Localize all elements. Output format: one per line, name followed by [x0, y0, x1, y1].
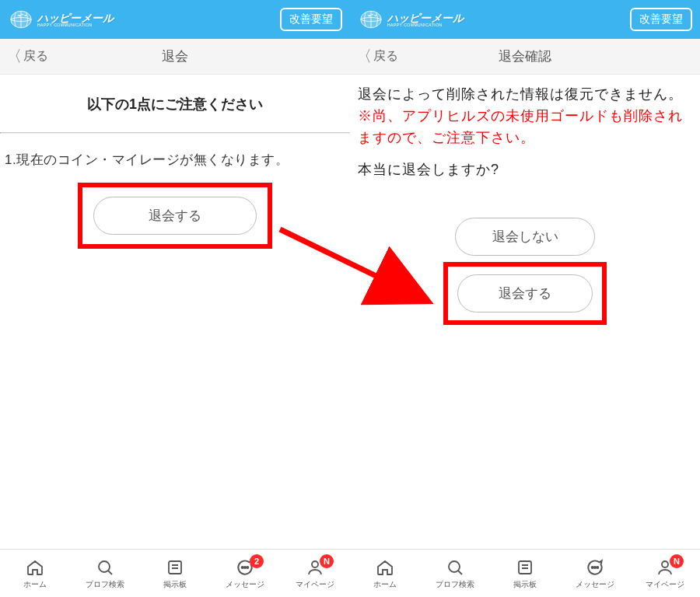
nav-bar: 〈 戻る 退会確認	[350, 39, 700, 75]
improvement-request-button[interactable]: 改善要望	[280, 8, 342, 31]
nav-message-label: メッセージ	[226, 579, 264, 590]
nav-search[interactable]: プロフ検索	[424, 557, 486, 590]
nav-board-label: 掲示板	[513, 579, 537, 590]
home-icon	[25, 557, 45, 578]
back-label: 戻る	[373, 48, 398, 65]
mypage-badge: N	[670, 554, 684, 568]
nav-message[interactable]: 2 メッセージ	[214, 557, 276, 590]
confirm-text: 退会によって削除された情報は復元できません。	[350, 75, 700, 106]
svg-point-12	[597, 566, 598, 567]
nav-search[interactable]: プロフ検索	[74, 557, 136, 590]
board-icon	[165, 557, 185, 578]
withdraw-button[interactable]: 退会する	[457, 274, 593, 312]
nav-mypage-label: マイページ	[646, 579, 684, 590]
message-icon	[585, 557, 605, 578]
page-title: 退会確認	[350, 47, 700, 65]
app-logo: ハッピーメール HAPPY COMMUNICATION	[8, 9, 114, 30]
withdraw-button[interactable]: 退会する	[93, 197, 257, 235]
svg-point-5	[247, 566, 248, 567]
button-stack: 退会しない 退会する	[350, 218, 700, 325]
svg-point-8	[449, 561, 460, 572]
bottom-nav: ホーム プロフ検索 掲示板 2 メッセージ	[0, 549, 350, 597]
nav-message[interactable]: メッセージ	[564, 557, 626, 590]
back-button[interactable]: 〈 戻る	[0, 46, 48, 67]
notice-item: 1.現在のコイン・マイレージが無くなります。	[0, 134, 350, 169]
nav-board[interactable]: 掲示板	[144, 557, 206, 590]
svg-rect-2	[169, 561, 181, 574]
screen-withdraw-confirm: ハッピーメール HAPPY COMMUNICATION 改善要望 〈 戻る 退会…	[350, 0, 700, 597]
annotation-highlight: 退会する	[78, 183, 272, 249]
improvement-request-button[interactable]: 改善要望	[630, 8, 692, 31]
svg-point-11	[594, 566, 596, 567]
screen-withdraw: ハッピーメール HAPPY COMMUNICATION 改善要望 〈 戻る 退会…	[0, 0, 350, 597]
svg-rect-9	[519, 561, 531, 574]
top-bar: ハッピーメール HAPPY COMMUNICATION 改善要望	[350, 0, 700, 39]
svg-point-3	[242, 566, 243, 567]
content-area: 以下の1点にご注意ください 1.現在のコイン・マイレージが無くなります。 退会す…	[0, 75, 350, 549]
back-button[interactable]: 〈 戻る	[350, 46, 398, 67]
svg-point-13	[662, 561, 668, 567]
svg-point-4	[244, 566, 246, 567]
mypage-badge: N	[320, 554, 334, 568]
chevron-left-icon: 〈	[6, 46, 22, 67]
nav-home-label: ホーム	[373, 579, 397, 590]
nav-bar: 〈 戻る 退会	[0, 39, 350, 75]
annotation-highlight: 退会する	[443, 262, 607, 325]
nav-home[interactable]: ホーム	[354, 557, 416, 590]
bottom-nav: ホーム プロフ検索 掲示板 メッセージ N	[350, 549, 700, 597]
nav-search-label: プロフ検索	[436, 579, 474, 590]
brand-name: ハッピーメール	[387, 12, 464, 23]
back-label: 戻る	[23, 48, 48, 65]
message-badge: 2	[250, 554, 264, 568]
brand-name: ハッピーメール	[37, 12, 114, 23]
nav-board[interactable]: 掲示板	[494, 557, 556, 590]
content-area: 退会によって削除された情報は復元できません。 ※尚、アプリヒルズの未使用ゴールド…	[350, 75, 700, 549]
nav-mypage[interactable]: N マイページ	[284, 557, 346, 590]
page-title: 退会	[0, 47, 350, 65]
svg-point-10	[592, 566, 593, 567]
nav-home[interactable]: ホーム	[4, 557, 66, 590]
cancel-withdraw-button[interactable]: 退会しない	[455, 218, 595, 256]
nav-search-label: プロフ検索	[86, 579, 124, 590]
nav-home-label: ホーム	[23, 579, 47, 590]
globe-icon	[8, 9, 34, 30]
nav-message-label: メッセージ	[576, 579, 614, 590]
board-icon	[515, 557, 535, 578]
home-icon	[375, 557, 395, 578]
app-logo: ハッピーメール HAPPY COMMUNICATION	[358, 9, 464, 30]
nav-mypage[interactable]: N マイページ	[634, 557, 696, 590]
warning-text: ※尚、アプリヒルズの未使用ゴールドも削除されますので、ご注意下さい。	[350, 106, 700, 149]
svg-point-6	[312, 561, 318, 567]
svg-point-1	[99, 561, 110, 572]
nav-mypage-label: マイページ	[296, 579, 334, 590]
chevron-left-icon: 〈	[356, 46, 372, 67]
notice-heading: 以下の1点にご注意ください	[0, 75, 350, 132]
search-icon	[95, 557, 115, 578]
top-bar: ハッピーメール HAPPY COMMUNICATION 改善要望	[0, 0, 350, 39]
globe-icon	[358, 9, 384, 30]
search-icon	[445, 557, 465, 578]
nav-board-label: 掲示板	[163, 579, 187, 590]
confirm-question: 本当に退会しますか?	[350, 149, 700, 179]
